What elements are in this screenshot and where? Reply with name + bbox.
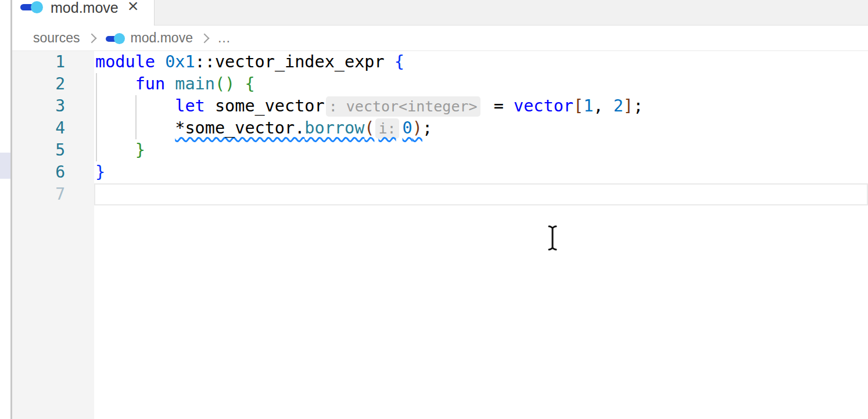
token-plain: = [484,96,514,115]
code-editor[interactable]: 1234567 module 0x1::vector_index_expr { … [12,51,868,419]
token-kw: let [175,96,205,115]
token-plain [95,118,175,138]
token-b3: [ [573,96,583,115]
line-number-5: 5 [12,139,94,161]
token-plain: some_vector [205,96,325,115]
token-plain [95,140,135,160]
code-area[interactable]: module 0x1::vector_index_expr { fun main… [94,51,868,419]
token-plain: ::vector_index_expr [195,52,394,71]
adjacent-scrollbar-thumb[interactable] [0,153,10,179]
move-language-icon [20,1,43,13]
token-kw: vector [514,96,573,115]
token-kw: fun [135,74,165,93]
tab-bar: mod.move × [12,0,868,26]
breadcrumb-item-symbol[interactable]: … [217,30,231,46]
line-number-gutter: 1234567 [12,51,94,419]
token-b3: ) [413,118,422,138]
token-plain: ; [633,96,643,115]
token-b2: () [215,74,235,93]
line-number-4: 4 [12,117,94,139]
token-kw: module [95,52,155,71]
token-plain: , [593,96,613,115]
line-number-3: 3 [12,95,94,117]
token-b3: ( [364,118,374,138]
token-b1: } [95,162,105,182]
chevron-right-icon [199,33,209,43]
token-b2: } [135,140,145,160]
token-num: 0 [403,118,413,138]
tab-label: mod.move [51,0,119,15]
code-line-6[interactable]: } [94,161,868,183]
editor-window: mod.move × sources mod.move … 1234567 mo… [0,0,868,419]
code-line-2[interactable]: fun main() { [94,73,868,95]
token-plain [95,74,135,93]
inlay-hint: : vector<integer> [326,96,480,117]
diagnostic-squiggle-range: *some_vector.borrow(i:0) [175,118,422,138]
token-b2: { [245,74,254,93]
breadcrumb-item-file[interactable]: mod.move [131,30,193,46]
line-number-7: 7 [12,183,94,205]
line-number-2: 2 [12,73,94,95]
inlay-hint: i: [375,118,399,139]
token-b3: ] [623,96,633,115]
cropped-left-panel [0,0,10,419]
token-plain [165,74,175,93]
token-num: 0x1 [165,52,195,71]
tab-mod-move[interactable]: mod.move × [12,0,155,26]
token-plain [235,74,245,93]
token-fn: borrow [304,118,364,138]
code-line-1[interactable]: module 0x1::vector_index_expr { [94,51,868,73]
token-b1: { [394,52,404,71]
code-line-3[interactable]: let some_vector: vector<integer> = vecto… [94,95,868,117]
line-number-6: 6 [12,161,94,183]
breadcrumb: sources mod.move … [12,26,868,51]
code-line-5[interactable]: } [94,139,868,161]
token-plain: *some_vector. [175,118,304,138]
token-fn: main [175,74,215,93]
code-line-4[interactable]: *some_vector.borrow(i:0); [94,117,868,139]
token-plain [155,52,165,71]
token-num: 1 [583,96,593,115]
move-language-icon [106,32,125,44]
token-num: 2 [614,96,623,115]
line-number-1: 1 [12,51,94,73]
close-icon[interactable]: × [128,0,139,13]
token-plain: ; [422,118,432,138]
breadcrumb-item-sources[interactable]: sources [33,30,80,46]
code-line-7[interactable] [94,183,868,205]
chevron-right-icon [87,33,96,43]
token-plain [95,96,175,115]
